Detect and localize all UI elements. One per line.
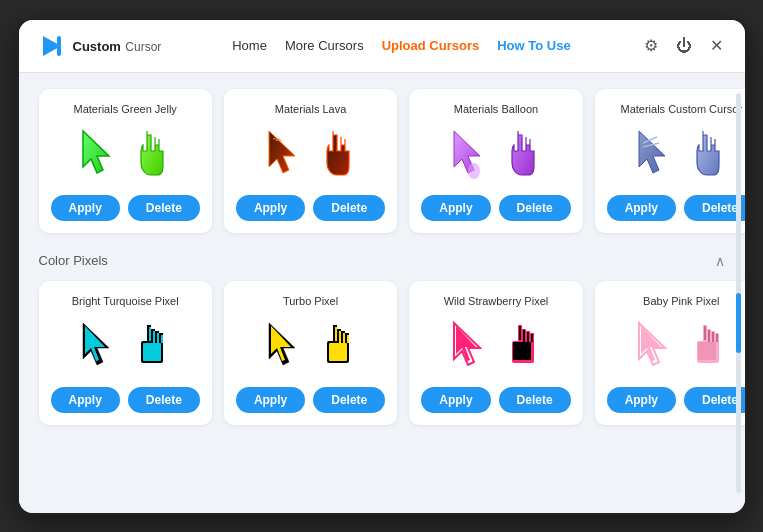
card-buttons-lava: Apply Delete xyxy=(236,195,385,221)
card-buttons-custom: Apply Delete xyxy=(607,195,745,221)
cursor-hand-strawberry xyxy=(500,321,544,373)
apply-button-turquoise[interactable]: Apply xyxy=(51,387,120,413)
delete-button-balloon[interactable]: Delete xyxy=(499,195,571,221)
svg-rect-22 xyxy=(343,333,345,343)
logo-text: Custom Cursor xyxy=(73,37,162,55)
main-content: Materials Green Jelly Apply Delete xyxy=(19,73,745,513)
svg-rect-21 xyxy=(339,331,341,343)
cursor-card-balloon: Materials Balloon Apply Delete xyxy=(409,89,582,233)
svg-rect-41 xyxy=(708,330,710,342)
svg-rect-10 xyxy=(149,327,151,341)
materials-grid: Materials Green Jelly Apply Delete xyxy=(39,89,725,233)
cursor-hand-custom xyxy=(685,129,729,181)
cursor-hand-green-jelly xyxy=(129,129,173,181)
cursor-arrow-lava xyxy=(263,129,307,181)
power-button[interactable]: ⏻ xyxy=(674,35,694,57)
delete-button-turbo[interactable]: Delete xyxy=(313,387,385,413)
cursor-card-strawberry: Wild Strawberry Pixel xyxy=(409,281,582,425)
cursor-arrow-balloon xyxy=(448,129,492,181)
card-buttons-turquoise: Apply Delete xyxy=(51,387,200,413)
window-controls: ⚙ ⏻ ✕ xyxy=(642,34,725,57)
cursor-hand-balloon xyxy=(500,129,544,181)
svg-rect-32 xyxy=(527,332,529,342)
svg-rect-31 xyxy=(523,330,525,342)
cursor-images-lava xyxy=(263,125,359,185)
cursor-arrow-baby-pink xyxy=(633,321,677,373)
card-buttons-turbo: Apply Delete xyxy=(236,387,385,413)
cursor-hand-lava xyxy=(315,129,359,181)
apply-button-lava[interactable]: Apply xyxy=(236,195,305,221)
color-pixels-title: Color Pixels xyxy=(39,253,108,268)
cursor-card-custom: Materials Custom Cursor xyxy=(595,89,745,233)
cursor-images-turbo xyxy=(263,317,359,377)
svg-rect-30 xyxy=(519,326,521,340)
collapse-color-pixels-button[interactable]: ∧ xyxy=(715,253,725,269)
svg-rect-20 xyxy=(335,327,337,341)
cursor-card-lava: Materials Lava Apply Delete xyxy=(224,89,397,233)
cursor-images-custom xyxy=(633,125,729,185)
card-title-turquoise: Bright Turquoise Pixel xyxy=(72,295,179,307)
cursor-hand-turquoise xyxy=(129,321,173,373)
delete-button-lava[interactable]: Delete xyxy=(313,195,385,221)
apply-button-balloon[interactable]: Apply xyxy=(421,195,490,221)
apply-button-turbo[interactable]: Apply xyxy=(236,387,305,413)
color-pixels-grid: Bright Turquoise Pixel xyxy=(39,281,725,425)
card-title-strawberry: Wild Strawberry Pixel xyxy=(444,295,549,307)
card-title-baby-pink: Baby Pink Pixel xyxy=(643,295,719,307)
cursor-card-green-jelly: Materials Green Jelly Apply Delete xyxy=(39,89,212,233)
logo-icon xyxy=(39,32,67,60)
nav-home[interactable]: Home xyxy=(232,38,267,53)
apply-button-custom[interactable]: Apply xyxy=(607,195,676,221)
nav-upload[interactable]: Upload Cursors xyxy=(382,38,480,53)
cursor-card-baby-pink: Baby Pink Pixel xyxy=(595,281,745,425)
delete-button-green-jelly[interactable]: Delete xyxy=(128,195,200,221)
svg-rect-34 xyxy=(513,342,531,360)
card-title-balloon: Materials Balloon xyxy=(454,103,538,115)
nav-more[interactable]: More Cursors xyxy=(285,38,364,53)
svg-rect-43 xyxy=(716,334,718,342)
svg-rect-11 xyxy=(153,331,155,343)
card-title-turbo: Turbo Pixel xyxy=(283,295,338,307)
close-button[interactable]: ✕ xyxy=(708,34,725,57)
svg-rect-40 xyxy=(704,326,706,340)
delete-button-turquoise[interactable]: Delete xyxy=(128,387,200,413)
titlebar: Custom Cursor Home More Cursors Upload C… xyxy=(19,20,745,73)
main-nav: Home More Cursors Upload Cursors How To … xyxy=(232,38,570,53)
cursor-card-turbo: Turbo Pixel xyxy=(224,281,397,425)
svg-rect-1 xyxy=(57,36,61,56)
apply-button-green-jelly[interactable]: Apply xyxy=(51,195,120,221)
cursor-arrow-turbo xyxy=(263,321,307,373)
svg-rect-13 xyxy=(161,335,163,343)
cursor-hand-baby-pink xyxy=(685,321,729,373)
cursor-images-balloon xyxy=(448,125,544,185)
cursor-images-turquoise xyxy=(77,317,173,377)
svg-rect-24 xyxy=(329,343,347,361)
svg-rect-44 xyxy=(698,342,716,360)
cursor-images-strawberry xyxy=(448,317,544,377)
scrollbar-track xyxy=(736,93,741,493)
svg-rect-14 xyxy=(143,343,161,361)
cursor-arrow-custom xyxy=(633,129,677,181)
logo: Custom Cursor xyxy=(39,32,162,60)
color-pixels-section-header: Color Pixels ∧ xyxy=(39,253,725,269)
svg-rect-23 xyxy=(347,335,349,343)
card-title-custom: Materials Custom Cursor xyxy=(620,103,742,115)
nav-howto[interactable]: How To Use xyxy=(497,38,570,53)
cursor-images-baby-pink xyxy=(633,317,729,377)
card-title-green-jelly: Materials Green Jelly xyxy=(74,103,177,115)
cursor-arrow-strawberry xyxy=(448,321,492,373)
cursor-arrow-turquoise xyxy=(77,321,121,373)
card-buttons-green-jelly: Apply Delete xyxy=(51,195,200,221)
cursor-card-turquoise: Bright Turquoise Pixel xyxy=(39,281,212,425)
card-buttons-strawberry: Apply Delete xyxy=(421,387,570,413)
svg-rect-12 xyxy=(157,333,159,343)
cursor-images-green-jelly xyxy=(77,125,173,185)
delete-button-strawberry[interactable]: Delete xyxy=(499,387,571,413)
apply-button-strawberry[interactable]: Apply xyxy=(421,387,490,413)
cursor-arrow-green-jelly xyxy=(77,129,121,181)
scrollbar-thumb[interactable] xyxy=(736,293,741,353)
svg-rect-42 xyxy=(712,332,714,342)
apply-button-baby-pink[interactable]: Apply xyxy=(607,387,676,413)
settings-button[interactable]: ⚙ xyxy=(642,34,660,57)
cursor-hand-turbo xyxy=(315,321,359,373)
